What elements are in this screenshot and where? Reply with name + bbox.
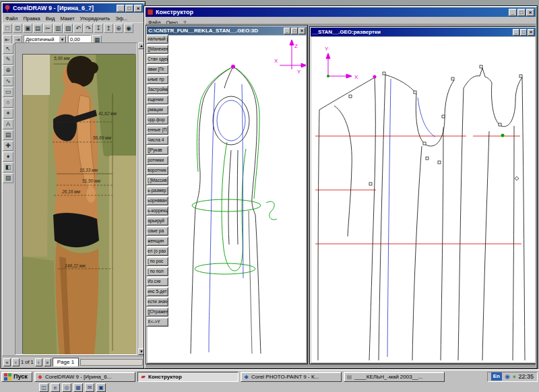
maximize-button[interactable]: □ — [517, 9, 526, 16]
import-icon[interactable]: ↧ — [94, 24, 103, 33]
open-icon[interactable]: ⊡ — [13, 24, 22, 33]
fill-tool-icon[interactable]: ◧ — [3, 162, 13, 172]
constructor-tool-button[interactable]: [ по пол — [146, 267, 168, 276]
minimize-button[interactable]: _ — [509, 9, 517, 16]
internet-explorer-icon[interactable]: e — [51, 383, 60, 392]
freehand-tool-icon[interactable]: ∿ — [3, 76, 13, 86]
volume-tray-icon[interactable]: ◉ — [505, 372, 510, 381]
child-3d-titlebar[interactable]: C:\CNSTR_FUN__REKLA_STAN__.GEO:3D _ □ × — [147, 26, 307, 35]
clock[interactable]: 22:35 — [518, 373, 534, 380]
menu-item[interactable]: Макет — [57, 15, 77, 22]
task-button-document[interactable]: ▤ ____КЕЛЬН_-май 2003__... — [344, 372, 445, 382]
redo-icon[interactable]: ↷ — [84, 24, 93, 33]
menu-item[interactable]: Правка — [20, 15, 42, 22]
save-icon[interactable]: ▣ — [23, 24, 32, 33]
minimize-button[interactable]: _ — [284, 28, 290, 34]
copy-icon[interactable]: ▥ — [53, 24, 63, 33]
constructor-tool-button[interactable]: ел (о раз — [146, 247, 168, 256]
constructor-tool-button[interactable]: []Отражен — [146, 307, 168, 317]
start-button[interactable]: Пуск — [1, 372, 32, 382]
show-desktop-icon[interactable]: ◫ — [39, 383, 49, 392]
outline-tool-icon[interactable]: ♦ — [3, 152, 13, 162]
constructor-tool-button[interactable]: ьные пр — [146, 75, 168, 84]
first-page-icon[interactable]: « — [3, 358, 11, 366]
constructor-tool-button[interactable]: ести знач — [146, 297, 168, 306]
close-button[interactable]: × — [528, 29, 534, 36]
outlook-icon[interactable]: ◎ — [62, 383, 71, 392]
constructor-tool-button[interactable]: инс 5-дет — [146, 287, 168, 296]
polygon-tool-icon[interactable]: ✶ — [3, 108, 13, 119]
child-flat-titlebar[interactable]: __STAN__.GEO:развертки _ □ × — [311, 28, 536, 36]
zoom-tool-icon[interactable]: ⊕ — [3, 65, 13, 75]
constructor-tool-button[interactable]: []Манекен — [146, 44, 168, 54]
constructor-tool-button[interactable]: арьируй — [146, 216, 168, 226]
next-page-icon[interactable]: › — [35, 358, 42, 366]
constructor-tool-button[interactable]: Из схе — [146, 277, 168, 286]
constructor-tool-button[interactable]: ьорнвван — [146, 196, 168, 205]
constructor-tool-button[interactable]: Числа 4 — [146, 135, 168, 145]
corel-online-icon[interactable]: ◉ — [124, 24, 133, 33]
maximize-button[interactable]: □ — [520, 29, 527, 36]
pick-tool-icon[interactable]: ↖ — [3, 44, 13, 54]
coreldraw-canvas[interactable]: 5,00 мм 41,62 мм 56,69 мм 15,33 мм 51,50… — [15, 42, 137, 355]
menu-item[interactable]: Упорядочить — [77, 15, 113, 22]
display-tray-icon[interactable]: ♦ — [513, 372, 516, 381]
constructor-tool-button[interactable]: орр.фор — [146, 115, 168, 125]
page-tab[interactable]: Page 1 — [53, 358, 79, 366]
close-button[interactable]: × — [134, 5, 142, 12]
ellipse-tool-icon[interactable]: ○ — [3, 98, 13, 108]
mail-icon[interactable]: ✉ — [85, 383, 94, 392]
zoom-icon[interactable]: ⊕ — [114, 24, 123, 33]
constructor-tool-button[interactable]: Стан одеж — [146, 55, 168, 64]
menu-item[interactable]: Вид — [43, 15, 58, 22]
maximize-button[interactable]: □ — [291, 28, 298, 34]
cut-icon[interactable]: ✂ — [43, 24, 53, 33]
constructor-tool-button[interactable]: ь-размер — [146, 186, 168, 195]
task-button-photopaint[interactable]: ◆ Corel PHOTO-PAINT 9 - К... — [241, 372, 342, 382]
task-button-coreldraw[interactable]: ◆ CorelDRAW 9 - [Ирина_6... — [34, 372, 135, 382]
minimize-button[interactable]: _ — [513, 29, 519, 36]
constructor-tool-button[interactable]: []Рукав — [146, 145, 168, 155]
coreldraw-titlebar[interactable]: CorelDRAW 9 - [Ирина_6_7] _ □ × — [3, 3, 144, 13]
constructor-tool-button[interactable]: X<->Y — [146, 317, 168, 327]
constructor-tool-button[interactable]: женщин — [146, 236, 168, 246]
rectangle-tool-icon[interactable]: ▭ — [3, 87, 13, 97]
constructor-tool-button[interactable]: иальный р — [146, 34, 168, 44]
task-button-constructor[interactable]: ▰ Конструктор — [137, 372, 239, 382]
maximize-button[interactable]: □ — [125, 5, 133, 12]
close-button[interactable]: × — [298, 28, 305, 34]
constructor-tool-button[interactable]: ещении — [146, 95, 168, 104]
shape-tool-icon[interactable]: ✎ — [3, 55, 13, 65]
interactive-fill-icon[interactable]: ▤ — [3, 130, 13, 140]
eyedropper-tool-icon[interactable]: ✚ — [3, 141, 13, 151]
paste-icon[interactable]: ▧ — [63, 24, 73, 33]
constructor-tool-button[interactable]: воротник — [146, 166, 168, 175]
folder-shortcut-icon[interactable]: ▣ — [96, 383, 106, 392]
horizontal-scrollbar[interactable] — [80, 359, 143, 366]
print-icon[interactable]: ▤ — [33, 24, 42, 33]
constructor-tool-button[interactable]: авки [Пг. — [146, 65, 168, 74]
constructor-tool-button[interactable]: ротники — [146, 156, 168, 165]
constructor-tool-button[interactable]: [ по рос — [146, 257, 168, 266]
constructor-tool-button[interactable]: енные (П — [146, 125, 168, 135]
constructor-tool-button[interactable]: Застройки — [146, 85, 168, 94]
constructor-tool-button[interactable]: ь-коррекц — [146, 206, 168, 216]
close-button[interactable]: × — [526, 9, 534, 16]
text-tool-icon[interactable]: A — [3, 119, 13, 129]
constructor-tool-button[interactable]: озые ра — [146, 226, 168, 236]
garment-3d-canvas[interactable]: X Z Y — [148, 36, 306, 362]
language-indicator[interactable]: En — [491, 372, 502, 381]
new-icon[interactable]: □ — [3, 24, 12, 33]
menu-item[interactable]: Файл — [3, 15, 20, 22]
undo-icon[interactable]: ↶ — [73, 24, 83, 33]
export-icon[interactable]: ↥ — [104, 24, 113, 33]
constructor-titlebar[interactable]: Конструктор _ □ × — [146, 7, 536, 17]
interactive-tool-icon[interactable]: ▨ — [3, 173, 13, 183]
constructor-tool-button[interactable]: [.]Массив — [146, 176, 168, 185]
minimize-button[interactable]: _ — [117, 5, 125, 12]
last-page-icon[interactable]: » — [44, 358, 51, 366]
constructor-tool-button[interactable]: рмации — [146, 105, 168, 115]
channels-icon[interactable]: ▦ — [73, 383, 83, 392]
menu-item[interactable]: Эф... — [113, 15, 130, 22]
pattern-flat-canvas[interactable]: Y X — [311, 37, 535, 362]
